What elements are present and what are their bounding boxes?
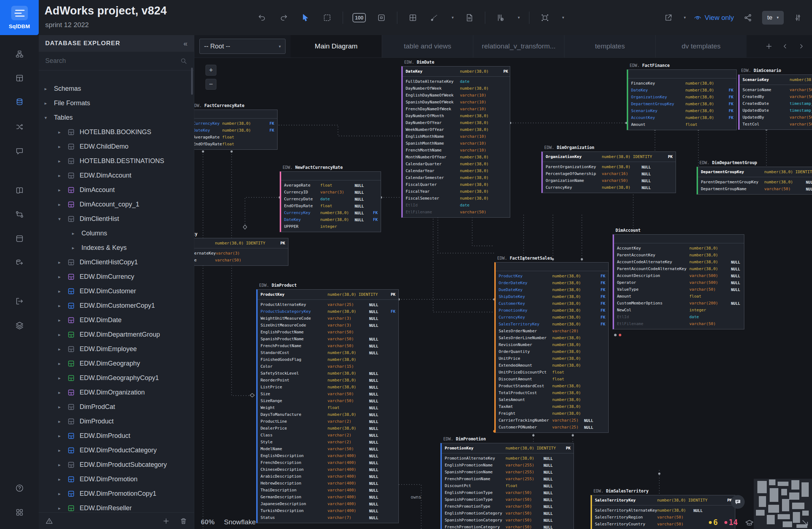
sidebar-item-edw-dimcustomercopy1[interactable]: ▸EDW.DimCustomerCopy1 xyxy=(39,298,194,313)
diagram-table-dimpromotion[interactable]: EDW. DimPromotionPromotionKeynumber(38,0… xyxy=(440,436,574,529)
caret-right-icon[interactable]: ▸ xyxy=(72,231,78,236)
caret-right-icon[interactable]: ▸ xyxy=(58,187,64,193)
issue-badges[interactable]: 6 14 xyxy=(709,518,738,527)
comment-bubble-button[interactable] xyxy=(731,495,745,509)
rail-chat-icon[interactable] xyxy=(12,144,27,158)
rail-hierarchy-icon[interactable] xyxy=(12,47,27,61)
grid-layout-icon[interactable] xyxy=(407,12,419,24)
zoom-level[interactable]: 60% xyxy=(201,518,215,526)
tab-templates[interactable]: templates xyxy=(564,35,655,57)
warning-icon[interactable] xyxy=(45,517,53,525)
sidebar-item-file-formats[interactable]: ▸File Formats xyxy=(39,96,194,110)
rail-window-icon[interactable] xyxy=(12,231,27,246)
sidebar-item-tables[interactable]: ▾Tables xyxy=(39,110,194,125)
view-only-indicator[interactable]: View only xyxy=(694,14,734,22)
caret-right-icon[interactable]: ▸ xyxy=(58,317,64,323)
export-caret-icon[interactable]: ▾ xyxy=(684,15,686,20)
caret-down-icon[interactable]: ▾ xyxy=(58,216,64,222)
rail-dbexport-icon[interactable] xyxy=(12,256,27,270)
sidebar-item-edw-dimdepartmentgroup[interactable]: ▸EDW.DimDepartmentGroup xyxy=(39,327,194,342)
rail-shuffle-icon[interactable] xyxy=(12,120,27,134)
caret-right-icon[interactable]: ▸ xyxy=(58,144,64,149)
export-button[interactable] xyxy=(662,12,674,24)
marquee-select-icon[interactable] xyxy=(321,12,333,24)
zoom-out-button[interactable]: − xyxy=(206,79,216,90)
caret-right-icon[interactable]: ▸ xyxy=(58,202,64,207)
diagram-table-dimcurrency[interactable]: EDW. DimCurrencyCurrencyKeynumber(38,0) … xyxy=(194,231,288,266)
warning-count-badge[interactable]: 6 xyxy=(709,518,718,527)
sidebar-item-edw-dimemployee[interactable]: ▸EDW.DimEmployee xyxy=(39,342,194,356)
rail-gitcompare-icon[interactable] xyxy=(12,207,27,222)
caret-right-icon[interactable]: ▸ xyxy=(58,129,64,135)
zoom-100-button[interactable]: 100 xyxy=(352,13,366,22)
subject-area-select[interactable]: -- Root -- ▾ xyxy=(199,39,286,54)
align-tool-icon[interactable] xyxy=(495,12,507,24)
caret-right-icon[interactable]: ▸ xyxy=(58,491,64,496)
rail-layers-icon[interactable] xyxy=(12,318,27,333)
sidebar-item-edw-dimpromotion[interactable]: ▸EDW.DimPromotion xyxy=(39,472,194,486)
caret-right-icon[interactable]: ▸ xyxy=(58,477,64,482)
relationship-tool-icon-caret[interactable]: ▾ xyxy=(452,15,454,20)
zoom-in-button[interactable]: + xyxy=(206,65,216,76)
tab-main-diagram[interactable]: Main Diagram xyxy=(291,35,382,57)
diagram-table-dimdate[interactable]: EDW. DimDateDateKeynumber(38,0)PKFullDat… xyxy=(401,60,510,218)
sidebar-scrollbar[interactable] xyxy=(191,68,193,95)
sidebar-item-edw-dimproductcategory[interactable]: ▸EDW.DimProductCategory xyxy=(39,443,194,457)
tab-relational-v-transform-[interactable]: relational_v_transform... xyxy=(473,35,564,57)
delete-button[interactable] xyxy=(179,517,187,525)
caret-right-icon[interactable]: ▸ xyxy=(58,260,64,265)
sidebar-item-dimproduct[interactable]: ▸DimProduct xyxy=(39,414,194,428)
caret-right-icon[interactable]: ▸ xyxy=(58,419,64,424)
learn-graduation-icon[interactable] xyxy=(745,519,754,528)
diagram-table-dimaccount[interactable]: DimAccountAccountKeynumber(38,0)ParentAc… xyxy=(613,228,744,329)
sidebar-item-schemas[interactable]: ▸Schemas xyxy=(39,81,194,96)
align-tool-icon-caret[interactable]: ▾ xyxy=(518,15,520,20)
sidebar-item-edw-dimpromotioncopy1[interactable]: ▸EDW.DimPromotionCopy1 xyxy=(39,486,194,501)
diagram-table-factcurrencyrate[interactable]: EDW. FactCurrencyRateCurrencyKeynumber(3… xyxy=(194,103,278,150)
caret-right-icon[interactable]: ▸ xyxy=(58,332,64,337)
sidebar-item-edw-dimcustomer[interactable]: ▸EDW.DimCustomer xyxy=(39,284,194,298)
rail-arrowout-icon[interactable] xyxy=(12,294,27,308)
sidebar-item-dimprodcat[interactable]: ▸DimProdCat xyxy=(39,400,194,414)
sidebar-item-edw-dimcurrency[interactable]: ▸EDW.DimCurrency xyxy=(39,269,194,284)
caret-right-icon[interactable]: ▸ xyxy=(58,303,64,308)
caret-right-icon[interactable]: ▸ xyxy=(58,274,64,280)
note-tool-icon[interactable] xyxy=(463,12,475,24)
sidebar-item-hotelbnb-destinations[interactable]: ▸HOTELBNB.DESTINATIONS xyxy=(39,154,194,168)
diagram-table-dimorganization[interactable]: EDW. DimOrganizationOrganizationKeynumbe… xyxy=(541,145,676,193)
collapse-panel-icon[interactable]: « xyxy=(183,39,187,48)
rail-help-icon[interactable] xyxy=(12,481,27,495)
redo-icon[interactable] xyxy=(278,12,290,24)
user-menu-button[interactable]: te ▾ xyxy=(762,11,784,25)
rail-database-icon[interactable] xyxy=(12,95,27,109)
caret-right-icon[interactable]: ▸ xyxy=(58,448,64,453)
focus-frame-icon[interactable] xyxy=(375,12,388,24)
tab-table-and-views[interactable]: table and views xyxy=(382,35,473,57)
rail-apps-icon[interactable] xyxy=(12,505,27,520)
relationship-tool-icon[interactable] xyxy=(428,12,441,24)
cursor-tool-icon[interactable] xyxy=(299,12,312,24)
rail-tablegrid-icon[interactable] xyxy=(12,71,27,85)
caret-right-icon[interactable]: ▸ xyxy=(58,173,64,178)
diagram-table-factfinance[interactable]: EDW. FactFinanceFinanceKeynumber(38,0)Da… xyxy=(627,63,737,130)
sidebar-item-edw-dimgeographycopy1[interactable]: ▸EDW.DimGeographyCopy1 xyxy=(39,371,194,385)
share-button[interactable] xyxy=(742,12,754,24)
sidebar-item-indexes-keys[interactable]: ▸Indexes & Keys xyxy=(39,240,194,255)
sidebar-item-edw-dimdate[interactable]: ▸EDW.DimDate xyxy=(39,313,194,327)
caret-right-icon[interactable]: ▸ xyxy=(72,245,78,251)
sidebar-item-dimaccount-copy-1[interactable]: ▸DimAccount_copy_1 xyxy=(39,197,194,212)
relationship-label-owns[interactable]: owns xyxy=(411,495,421,500)
caret-right-icon[interactable]: ▸ xyxy=(58,390,64,395)
tab-dv-templates[interactable]: dv templates xyxy=(655,35,747,57)
add-diagram-tab-button[interactable] xyxy=(765,42,773,50)
caret-down-icon[interactable]: ▾ xyxy=(45,115,50,120)
caret-right-icon[interactable]: ▸ xyxy=(58,375,64,381)
caret-right-icon[interactable]: ▸ xyxy=(58,433,64,439)
diagram-table-factinternetsales[interactable]: EDW. FactInternetSalesProductKeynumber(3… xyxy=(494,256,609,433)
sidebar-item-edw-dimproduct[interactable]: ▸EDW.DimProduct xyxy=(39,428,194,443)
caret-right-icon[interactable]: ▸ xyxy=(45,101,50,106)
error-count-badge[interactable]: 14 xyxy=(724,518,738,527)
sqldbm-logo[interactable]: SqlDBM xyxy=(0,0,39,35)
caret-right-icon[interactable]: ▸ xyxy=(58,289,64,294)
caret-right-icon[interactable]: ▸ xyxy=(58,404,64,410)
